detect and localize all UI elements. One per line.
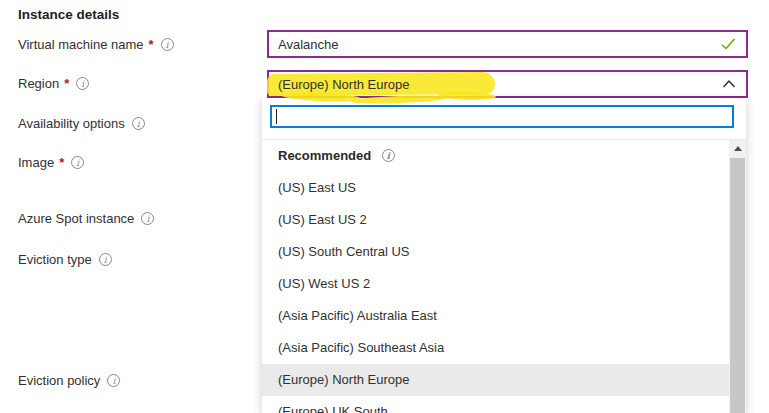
region-group-header: Recommended i [262, 140, 729, 172]
eviction-type-label-row: Eviction type i [18, 252, 112, 267]
image-label-row: Image * i [18, 155, 84, 170]
scrollbar-thumb[interactable] [730, 158, 745, 413]
region-option-list: Recommended i (US) East US (US) East US … [262, 140, 729, 413]
section-title: Instance details [18, 7, 119, 22]
vm-name-label: Virtual machine name [18, 37, 144, 52]
required-marker: * [59, 155, 64, 170]
image-label: Image [18, 155, 54, 170]
region-option[interactable]: (US) South Central US [262, 236, 729, 268]
region-option[interactable]: (US) East US 2 [262, 204, 729, 236]
region-label: Region [18, 76, 59, 91]
text-caret [276, 109, 277, 124]
required-marker: * [64, 76, 69, 91]
info-icon[interactable]: i [71, 156, 84, 169]
region-combobox[interactable]: (Europe) North Europe [267, 70, 748, 98]
eviction-policy-label-row: Eviction policy i [18, 373, 120, 388]
valid-check-icon [721, 38, 736, 50]
info-icon[interactable]: i [99, 253, 112, 266]
region-option[interactable]: (Europe) UK South [262, 396, 729, 413]
required-marker: * [149, 37, 154, 52]
eviction-policy-label: Eviction policy [18, 373, 100, 388]
triangle-up-icon [734, 146, 742, 151]
info-icon[interactable]: i [141, 212, 154, 225]
scrollbar-up-button[interactable] [729, 140, 746, 157]
availability-options-label: Availability options [18, 116, 125, 131]
region-option[interactable]: (Asia Pacific) Southeast Asia [262, 332, 729, 364]
info-icon[interactable]: i [76, 77, 89, 90]
region-option[interactable]: (Asia Pacific) Australia East [262, 300, 729, 332]
region-option[interactable]: (US) East US [262, 172, 729, 204]
vm-name-input[interactable]: Avalanche [267, 30, 748, 58]
info-icon[interactable]: i [382, 149, 395, 162]
spot-label-row: Azure Spot instance i [18, 211, 154, 226]
region-selected-value: (Europe) North Europe [278, 77, 410, 92]
dropdown-scrollbar[interactable] [729, 140, 746, 413]
info-icon[interactable]: i [132, 117, 145, 130]
info-icon[interactable]: i [107, 374, 120, 387]
vm-name-label-row: Virtual machine name * i [18, 37, 174, 52]
dropdown-search-area [262, 98, 746, 140]
eviction-type-label: Eviction type [18, 252, 92, 267]
azure-spot-instance-label: Azure Spot instance [18, 211, 134, 226]
availability-label-row: Availability options i [18, 116, 145, 131]
info-icon[interactable]: i [161, 38, 174, 51]
chevron-up-icon[interactable] [722, 80, 736, 89]
region-search-input[interactable] [270, 105, 734, 128]
region-option[interactable]: (US) West US 2 [262, 268, 729, 300]
vm-name-value: Avalanche [278, 37, 338, 52]
region-label-row: Region * i [18, 76, 89, 91]
instance-details-form: Instance details Virtual machine name * … [0, 0, 769, 413]
region-dropdown-panel: Recommended i (US) East US (US) East US … [262, 98, 746, 413]
region-option-selected[interactable]: (Europe) North Europe [262, 364, 729, 396]
